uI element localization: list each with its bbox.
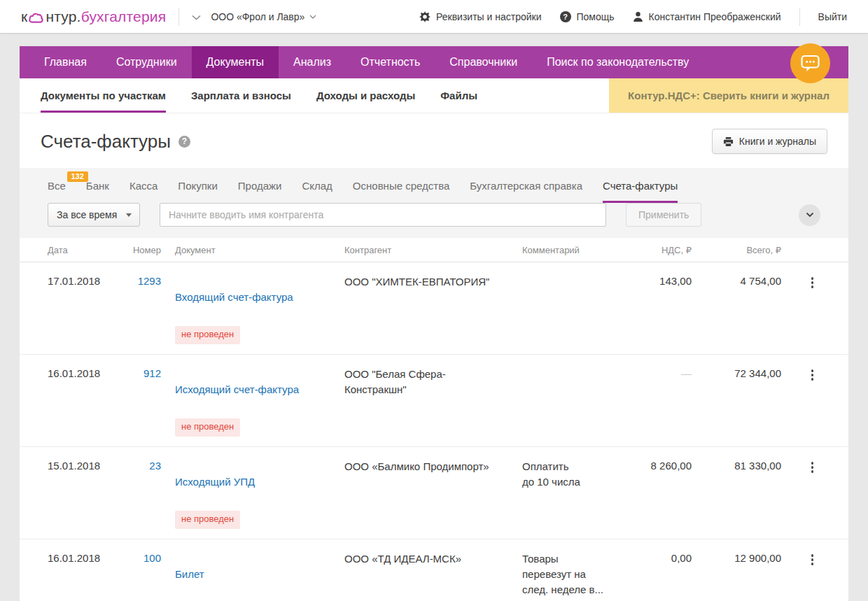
tab-vse[interactable]: Все 132 (48, 168, 66, 203)
subnav-item-dokumenty-po-uchastkam[interactable]: Документы по участкам (41, 78, 166, 113)
cell-contractor: ООО "ХИМТЕК-ЕВПАТОРИЯ" (340, 274, 518, 290)
column-header-contractor: Контрагент (340, 245, 518, 255)
cell-total: 12 900,00 (692, 551, 781, 565)
cell-total: 4 754,00 (692, 274, 781, 288)
cloud-icon (28, 11, 45, 24)
period-select[interactable]: За все время (48, 203, 140, 227)
settings-button[interactable]: Реквизиты и настройки (419, 11, 541, 22)
status-badge: не проведен (175, 511, 240, 529)
status-badge: не проведен (175, 326, 240, 344)
document-number-link[interactable]: 23 (118, 459, 161, 473)
column-header-vat: НДС, ₽ (623, 245, 692, 255)
filter-bar: За все время Применить (20, 203, 848, 238)
document-link[interactable]: Исходящий УПД (175, 476, 255, 488)
chat-button[interactable] (790, 43, 830, 83)
contractor-search-input[interactable] (160, 203, 606, 227)
collapse-filters-button[interactable] (799, 204, 820, 226)
kontur-logo[interactable]: к нтур. бухгалтерия (21, 8, 166, 25)
document-number-link[interactable]: 1293 (118, 274, 161, 288)
document-number-link[interactable]: 912 (118, 367, 161, 381)
cell-date: 16.01.2018 (48, 367, 118, 381)
tab-bank[interactable]: Банк (86, 168, 109, 203)
tab-pokupki[interactable]: Покупки (178, 168, 217, 203)
subnav-item-fayly[interactable]: Файлы (440, 78, 477, 113)
organization-selector[interactable]: ООО «Фрол и Лавр» (211, 11, 316, 22)
column-header-number: Номер (118, 245, 161, 255)
cell-vat: — (623, 367, 692, 381)
cell-date: 16.01.2018 (48, 551, 118, 565)
nav-item-dokumenty[interactable]: Документы (192, 46, 279, 78)
product-switcher-chevron-icon[interactable] (192, 10, 201, 23)
tab-osnovnye-sredstva[interactable]: Основные средства (353, 168, 449, 203)
page-title-text: Счета-фактуры (41, 131, 171, 153)
tab-label: Касса (130, 180, 158, 192)
column-header-total: Всего, ₽ (692, 245, 781, 255)
table-row: 17.01.2018 1293 Входящий счет-фактура не… (20, 262, 848, 355)
cell-date: 17.01.2018 (48, 274, 118, 288)
cell-vat: 0,00 (623, 551, 692, 565)
books-journals-button[interactable]: Книги и журналы (712, 129, 827, 154)
tab-label: Банк (86, 180, 109, 192)
tab-kassa[interactable]: Касса (130, 168, 158, 203)
nds-plus-banner[interactable]: Контур.НДС+: Сверить книги и журнал (609, 78, 848, 113)
help-icon: ? (560, 11, 571, 22)
subnav-item-dokhody[interactable]: Доходы и расходы (316, 78, 415, 113)
nav-item-otchetnost[interactable]: Отчетность (346, 46, 435, 78)
tab-prodazhi[interactable]: Продажи (238, 168, 282, 203)
nav-item-poisk[interactable]: Поиск по законодательству (532, 46, 704, 78)
apply-button[interactable]: Применить (626, 203, 701, 227)
column-header-document: Документ (161, 245, 340, 255)
cell-date: 15.01.2018 (48, 459, 118, 473)
logout-button[interactable]: Выйти (818, 11, 847, 22)
document-link[interactable]: Входящий счет-фактура (175, 291, 293, 303)
row-actions-kebab-icon[interactable] (804, 274, 821, 291)
cell-vat: 8 260,00 (623, 459, 692, 473)
subnav: Документы по участкам Зарплата и взносы … (20, 78, 848, 113)
page-help-icon[interactable]: ? (178, 136, 190, 148)
row-actions-kebab-icon[interactable] (804, 367, 821, 383)
nav-item-spravochniki[interactable]: Справочники (435, 46, 532, 78)
chevron-down-icon (309, 15, 316, 19)
user-menu[interactable]: Константин Преображенский (633, 11, 781, 22)
tab-sklad[interactable]: Склад (302, 168, 332, 203)
tab-label: Продажи (238, 180, 282, 192)
logo-text-prefix: к (21, 8, 27, 25)
logout-label: Выйти (818, 11, 847, 22)
logo-text-mid: нтур. (46, 8, 80, 25)
cell-vat: 143,00 (623, 274, 692, 288)
table-row: 16.01.2018 912 Исходящий счет-фактура не… (20, 355, 848, 447)
tab-label: Счета-фактуры (603, 180, 678, 192)
nav-item-sotrudniki[interactable]: Сотрудники (102, 46, 192, 78)
document-number-link[interactable]: 100 (118, 551, 161, 565)
user-name: Константин Преображенский (649, 11, 781, 22)
subnav-item-zarplata[interactable]: Зарплата и взносы (191, 78, 291, 113)
section-tabs: Все 132 Банк Касса Покупки Продажи Склад… (20, 168, 848, 203)
cell-comment: Оплатить до 10 числа (518, 459, 623, 490)
books-journals-label: Книги и журналы (739, 136, 816, 147)
cell-total: 72 344,00 (692, 367, 781, 381)
page-title: Счета-фактуры ? (41, 131, 190, 153)
help-button[interactable]: ? Помощь (560, 11, 615, 22)
nav-item-glavnaya[interactable]: Главная (29, 46, 102, 78)
document-link[interactable]: Билет (175, 568, 204, 580)
tab-bukh-spravka[interactable]: Бухгалтерская справка (470, 168, 582, 203)
help-label: Помощь (577, 11, 615, 22)
tab-label: Бухгалтерская справка (470, 180, 582, 192)
document-link[interactable]: Исходящий счет-фактура (175, 383, 299, 395)
status-badge: не проведен (175, 418, 240, 437)
top-header: к нтур. бухгалтерия ООО «Фрол и Лавр» Ре… (0, 0, 868, 33)
header-divider (799, 8, 800, 26)
cell-contractor: ООО «ТД ИДЕАЛ-МСК» (340, 551, 518, 567)
tab-label: Все (48, 180, 66, 192)
row-actions-kebab-icon[interactable] (804, 551, 821, 568)
table-row: 16.01.2018 100 Билет ООО «ТД ИДЕАЛ-МСК» … (20, 539, 848, 601)
chat-bubble-icon (801, 55, 820, 72)
cell-comment: Товары перевезут на след. неделе в... (518, 551, 623, 597)
row-actions-kebab-icon[interactable] (804, 459, 821, 476)
logo-text-suffix: бухгалтерия (81, 8, 167, 25)
nav-item-analiz[interactable]: Анализ (279, 46, 346, 78)
table-row: 15.01.2018 23 Исходящий УПД не проведен … (20, 447, 848, 539)
period-select-value: За все время (57, 209, 117, 220)
user-icon (633, 11, 643, 22)
tab-scheta-faktury[interactable]: Счета-фактуры (603, 168, 678, 203)
